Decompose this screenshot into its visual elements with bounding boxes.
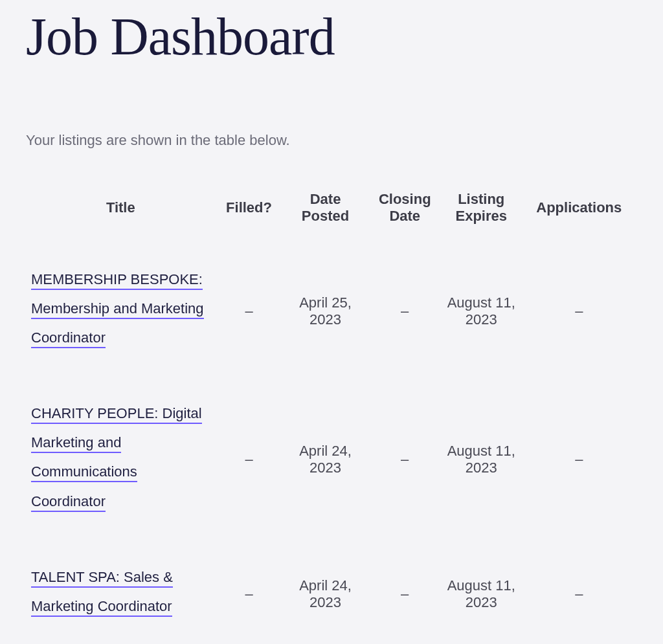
col-header-applications: Applications: [521, 184, 637, 244]
table-header-row: Title Filled? Date Posted Closing Date L…: [26, 184, 637, 244]
cell-applications: –: [521, 378, 637, 541]
cell-listing-expires: August 11, 2023: [442, 244, 521, 378]
col-header-title: Title: [26, 184, 216, 244]
intro-text: Your listings are shown in the table bel…: [26, 132, 637, 149]
cell-date-posted: April 24, 2023: [282, 378, 368, 541]
cell-applications: –: [521, 244, 637, 378]
cell-filled: –: [216, 378, 283, 541]
table-row: CHARITY PEOPLE: Digital Marketing and Co…: [26, 378, 637, 541]
job-title-link[interactable]: TALENT SPA: Sales & Marketing Coordinato…: [31, 569, 173, 617]
cell-filled: –: [216, 244, 283, 378]
cell-closing-date: –: [368, 378, 442, 541]
cell-closing-date: –: [368, 542, 442, 644]
col-header-closing-date: Closing Date: [368, 184, 442, 244]
col-header-filled: Filled?: [216, 184, 283, 244]
cell-applications: –: [521, 542, 637, 644]
table-row: TALENT SPA: Sales & Marketing Coordinato…: [26, 542, 637, 644]
cell-title: CHARITY PEOPLE: Digital Marketing and Co…: [26, 378, 216, 541]
jobs-table: Title Filled? Date Posted Closing Date L…: [26, 184, 637, 644]
cell-closing-date: –: [368, 244, 442, 378]
cell-filled: –: [216, 542, 283, 644]
cell-listing-expires: August 11, 2023: [442, 378, 521, 541]
page-title: Job Dashboard: [26, 6, 637, 67]
cell-listing-expires: August 11, 2023: [442, 542, 521, 644]
cell-title: TALENT SPA: Sales & Marketing Coordinato…: [26, 542, 216, 644]
col-header-date-posted: Date Posted: [282, 184, 368, 244]
job-title-link[interactable]: MEMBERSHIP BESPOKE: Membership and Marke…: [31, 271, 204, 348]
cell-date-posted: April 24, 2023: [282, 542, 368, 644]
cell-date-posted: April 25, 2023: [282, 244, 368, 378]
job-title-link[interactable]: CHARITY PEOPLE: Digital Marketing and Co…: [31, 405, 202, 511]
cell-title: MEMBERSHIP BESPOKE: Membership and Marke…: [26, 244, 216, 378]
col-header-listing-expires: Listing Expires: [442, 184, 521, 244]
table-row: MEMBERSHIP BESPOKE: Membership and Marke…: [26, 244, 637, 378]
